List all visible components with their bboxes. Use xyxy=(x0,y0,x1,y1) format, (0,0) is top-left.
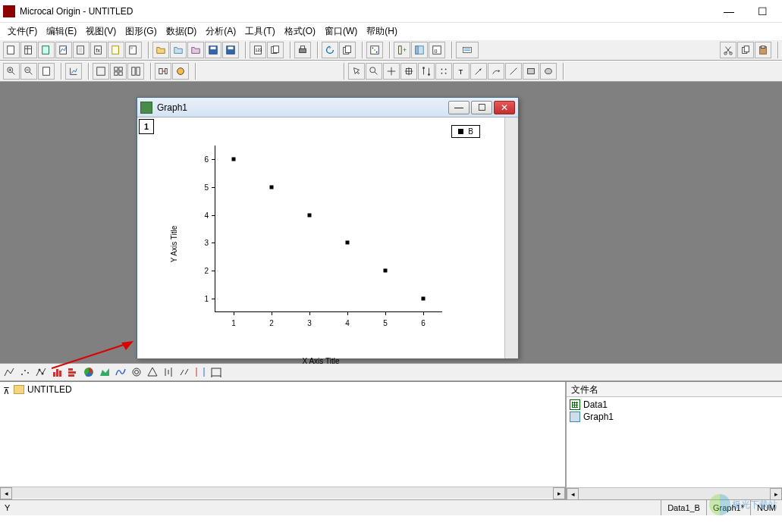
zoom-out-button[interactable] xyxy=(20,63,37,80)
pin-icon[interactable]: ⊼ xyxy=(3,386,11,393)
circle-tool[interactable] xyxy=(540,63,557,80)
paste-button[interactable] xyxy=(755,42,771,58)
pointer-tool[interactable] xyxy=(348,63,365,80)
menu-graph[interactable]: 图形(G) xyxy=(121,23,161,39)
line-symbol-button[interactable] xyxy=(33,365,49,380)
rect-tool[interactable] xyxy=(523,63,539,80)
open-button[interactable] xyxy=(152,42,169,58)
data-point[interactable] xyxy=(346,241,350,245)
scroll-right-button[interactable]: ▸ xyxy=(770,488,782,500)
menu-help[interactable]: 帮助(H) xyxy=(362,23,402,39)
import-multi-button[interactable] xyxy=(267,42,284,58)
data-point[interactable] xyxy=(270,186,274,189)
bar-plot-button[interactable] xyxy=(65,365,80,380)
open-template-button[interactable] xyxy=(187,42,204,58)
save-button[interactable] xyxy=(205,42,221,58)
line-tool[interactable] xyxy=(505,63,522,80)
zoom-tool[interactable] xyxy=(366,63,382,80)
mask-tool[interactable] xyxy=(435,63,452,80)
list-item[interactable]: Data1 xyxy=(568,399,780,411)
legend[interactable]: B xyxy=(451,125,480,138)
new-excel-button[interactable] xyxy=(38,42,55,58)
menu-window[interactable]: 窗口(W) xyxy=(320,23,362,39)
file-hscrollbar[interactable]: ◂ ▸ xyxy=(567,487,782,499)
menu-tools[interactable]: 工具(T) xyxy=(240,23,279,39)
data-point[interactable] xyxy=(384,269,388,273)
arrange-layers-button[interactable] xyxy=(110,63,127,80)
merge-button[interactable] xyxy=(155,63,171,80)
data-selector-tool[interactable] xyxy=(418,63,435,80)
whole-page-button[interactable] xyxy=(38,63,55,80)
new-notes-button[interactable] xyxy=(108,42,124,58)
double-y-button[interactable] xyxy=(193,365,208,380)
copy-button[interactable] xyxy=(737,42,754,58)
list-item[interactable]: Graph1 xyxy=(568,411,780,423)
project-root-label[interactable]: UNTITLED xyxy=(27,384,72,395)
graph-close-button[interactable]: ✕ xyxy=(494,101,515,114)
extract-layers-button[interactable] xyxy=(127,63,144,80)
add-layer-button[interactable] xyxy=(93,63,109,80)
menu-analysis[interactable]: 分析(A) xyxy=(201,23,240,39)
new-matrix-button[interactable] xyxy=(73,42,90,58)
layer-indicator[interactable]: 1 xyxy=(139,119,154,134)
new-graph-button[interactable] xyxy=(55,42,72,58)
pie-plot-button[interactable] xyxy=(81,365,96,380)
save-template-button[interactable] xyxy=(222,42,239,58)
data-point[interactable] xyxy=(422,296,426,300)
scatter-plot-button[interactable] xyxy=(17,365,33,380)
data-point[interactable] xyxy=(232,158,236,161)
file-list-header[interactable]: 文件名 xyxy=(567,382,782,397)
scroll-left-button[interactable]: ◂ xyxy=(0,487,12,499)
data-reader-tool[interactable] xyxy=(400,63,417,80)
menu-view[interactable]: 视图(V) xyxy=(81,23,121,39)
graph-scrollbar[interactable] xyxy=(504,117,518,358)
add-column-button[interactable]: + xyxy=(394,42,410,58)
import-ascii-button[interactable]: 123 xyxy=(250,42,266,58)
project-explorer-button[interactable] xyxy=(411,42,428,58)
ternary-plot-button[interactable] xyxy=(145,365,160,380)
menu-data[interactable]: 数据(D) xyxy=(162,23,202,39)
project-tree[interactable] xyxy=(0,397,565,487)
project-hscrollbar[interactable]: ◂ ▸ xyxy=(0,487,565,499)
plot-area[interactable]: B Y Axis Title X Axis Title 123456123456 xyxy=(154,119,495,357)
new-worksheet-button[interactable] xyxy=(20,42,37,58)
graph-maximize-button[interactable]: ☐ xyxy=(471,101,492,114)
maximize-button[interactable]: ☐ xyxy=(746,1,779,22)
scroll-right-button[interactable]: ▸ xyxy=(553,487,565,499)
line-plot-button[interactable] xyxy=(2,365,17,380)
graph-titlebar[interactable]: Graph1 — ☐ ✕ xyxy=(137,98,518,117)
template-button[interactable] xyxy=(209,365,224,380)
arrow-tool[interactable] xyxy=(470,63,487,80)
refresh-button[interactable] xyxy=(322,42,338,58)
cut-button[interactable] xyxy=(720,42,736,58)
slide-show-button[interactable] xyxy=(456,42,479,58)
code-builder-button[interactable]: {} xyxy=(429,42,445,58)
print-button[interactable] xyxy=(294,42,311,58)
zoom-in-button[interactable] xyxy=(3,63,20,80)
open-excel-button[interactable] xyxy=(170,42,187,58)
menu-format[interactable]: 格式(O) xyxy=(280,23,320,39)
y-axis-title[interactable]: Y Axis Title xyxy=(170,226,178,263)
new-project-button[interactable] xyxy=(3,42,20,58)
vector-plot-button[interactable] xyxy=(177,365,192,380)
menu-edit[interactable]: 编辑(E) xyxy=(42,23,81,39)
rescale-button[interactable] xyxy=(65,63,82,80)
results-log-button[interactable] xyxy=(366,42,383,58)
area-plot-button[interactable] xyxy=(97,365,112,380)
new-function-button[interactable]: fx xyxy=(90,42,107,58)
column-plot-button[interactable] xyxy=(49,365,64,380)
curved-arrow-tool[interactable] xyxy=(488,63,504,80)
hilo-plot-button[interactable] xyxy=(161,365,176,380)
screen-reader-tool[interactable] xyxy=(383,63,400,80)
data-point[interactable] xyxy=(308,213,312,217)
scroll-left-button[interactable]: ◂ xyxy=(567,488,579,500)
polar-plot-button[interactable] xyxy=(129,365,144,380)
text-tool[interactable]: T xyxy=(453,63,470,80)
spline-plot-button[interactable] xyxy=(113,365,128,380)
add-color-button[interactable] xyxy=(172,63,189,80)
minimize-button[interactable]: — xyxy=(712,1,746,22)
graph-minimize-button[interactable]: — xyxy=(448,101,470,114)
new-layout-button[interactable] xyxy=(125,42,142,58)
menu-file[interactable]: 文件(F) xyxy=(3,23,42,39)
x-axis-title[interactable]: X Axis Title xyxy=(303,357,340,365)
